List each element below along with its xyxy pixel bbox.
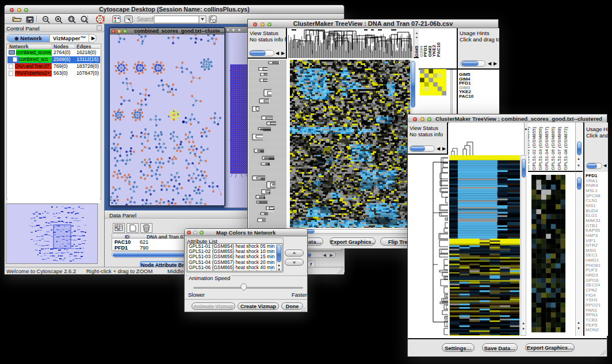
svg-text:1:1: 1:1 xyxy=(82,18,86,21)
svg-text:Search:: Search: xyxy=(137,16,156,22)
